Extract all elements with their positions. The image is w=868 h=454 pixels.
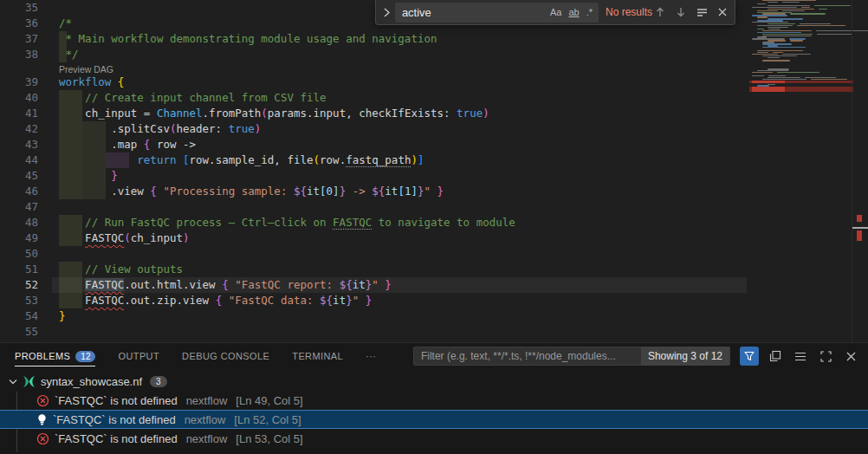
code-line[interactable]: 47 bbox=[0, 199, 868, 215]
code-line[interactable]: 43 .map { row -> bbox=[0, 137, 868, 152]
code-line[interactable]: 48 // Run FastQC process – Ctrl–click on… bbox=[0, 215, 868, 230]
problem-message: `FASTQC` is not defined bbox=[55, 432, 178, 445]
code-token: .view bbox=[59, 185, 150, 198]
minimap-line bbox=[768, 5, 810, 6]
code-line[interactable]: 38 */ bbox=[0, 47, 868, 62]
line-number[interactable]: 37 bbox=[0, 31, 38, 47]
line-number[interactable]: 53 bbox=[0, 293, 38, 308]
code-token: it bbox=[353, 278, 366, 291]
overview-ruler[interactable] bbox=[852, 0, 868, 342]
code-line[interactable]: 46 .view { "Processing sample: ${it[0]} … bbox=[0, 184, 868, 199]
line-number[interactable]: 54 bbox=[0, 308, 38, 324]
code-line[interactable]: 37 * Main workflow demonstrating module … bbox=[0, 31, 868, 47]
code-line[interactable]: 52 FASTQC.out.html.view { "FastQC report… bbox=[0, 277, 868, 293]
lightbulb-icon[interactable] bbox=[36, 413, 48, 426]
problem-row[interactable]: `FASTQC` is not definednextflow[Ln 53, C… bbox=[0, 429, 868, 448]
find-input[interactable]: active Aa ab .* bbox=[395, 3, 599, 23]
line-number[interactable]: 47 bbox=[0, 199, 38, 215]
line-number[interactable]: 35 bbox=[0, 0, 38, 16]
line-number[interactable]: 44 bbox=[0, 152, 38, 168]
panel-tab-label: TERMINAL bbox=[292, 351, 343, 361]
line-number[interactable]: 45 bbox=[0, 168, 38, 184]
line-number[interactable]: 36 bbox=[0, 16, 38, 31]
whole-word-toggle[interactable]: ab bbox=[566, 6, 581, 18]
line-number[interactable]: 41 bbox=[0, 106, 38, 121]
code-token: true bbox=[457, 107, 483, 120]
code-line[interactable]: 41 ch_input = Channel.fromPath(params.in… bbox=[0, 106, 868, 121]
match-case-toggle[interactable]: Aa bbox=[547, 6, 564, 18]
minimap-line bbox=[762, 79, 806, 80]
code-text: // Create input channel from CSV file bbox=[59, 90, 327, 106]
code-line[interactable]: 45 } bbox=[0, 168, 868, 184]
code-token: .map bbox=[59, 138, 144, 151]
code-token: ) bbox=[483, 107, 489, 120]
panel-tab-problems[interactable]: PROBLEMS12 bbox=[15, 343, 95, 369]
code-line[interactable]: 53 FASTQC.out.zip.view { "FastQC data: $… bbox=[0, 293, 868, 308]
code-token: ) bbox=[183, 231, 190, 244]
code-line[interactable]: 42 .splitCsv(header: true) bbox=[0, 121, 868, 137]
panel-tab-output[interactable]: OUTPUT bbox=[118, 343, 159, 369]
view-as-list-icon[interactable] bbox=[792, 347, 809, 365]
find-in-selection-button[interactable] bbox=[694, 4, 709, 20]
code-line[interactable]: 55 bbox=[0, 324, 868, 340]
filter-icon[interactable] bbox=[740, 347, 759, 366]
code-line[interactable]: 39workflow { bbox=[0, 75, 868, 90]
code-token: ) bbox=[255, 122, 262, 135]
code-token: row. bbox=[320, 153, 346, 166]
error-icon bbox=[36, 432, 49, 445]
line-number[interactable]: 40 bbox=[0, 90, 38, 106]
code-line[interactable]: 51 // View outputs bbox=[0, 262, 868, 277]
find-query-text[interactable]: active bbox=[402, 6, 546, 19]
panel-tab-terminal[interactable]: TERMINAL bbox=[292, 343, 343, 369]
line-number[interactable]: 49 bbox=[0, 230, 38, 246]
line-number[interactable]: 43 bbox=[0, 137, 38, 152]
minimap-error-band-bright bbox=[752, 81, 785, 83]
code-token bbox=[359, 294, 366, 307]
toggle-replace-button[interactable] bbox=[380, 5, 393, 19]
regex-toggle[interactable]: .* bbox=[584, 6, 595, 18]
overview-cursor-mark bbox=[852, 227, 868, 229]
code-token: row.sample_id, file bbox=[190, 153, 314, 166]
minimap-line bbox=[752, 54, 778, 55]
maximize-panel-icon[interactable] bbox=[817, 347, 834, 365]
problems-file-group[interactable]: syntax_showcase.nf 3 bbox=[0, 372, 868, 391]
line-number[interactable]: 42 bbox=[0, 121, 38, 137]
minimap-line bbox=[782, 10, 804, 11]
code-line[interactable]: 40 // Create input channel from CSV file bbox=[0, 90, 868, 106]
code-token: } bbox=[385, 278, 392, 291]
problem-row[interactable]: `FASTQC` is not definednextflow[Ln 52, C… bbox=[0, 410, 868, 429]
line-number[interactable]: 38 bbox=[0, 47, 38, 62]
code-line[interactable]: 54} bbox=[0, 308, 868, 324]
code-line[interactable]: 44 return [row.sample_id, file(row.fastq… bbox=[0, 152, 868, 168]
find-widget: active Aa ab .* No results bbox=[375, 0, 735, 25]
collapse-all-icon[interactable] bbox=[767, 347, 784, 365]
close-panel-icon[interactable] bbox=[842, 347, 859, 365]
line-number[interactable]: 55 bbox=[0, 324, 38, 340]
code-editor[interactable]: Preview DAG 3536/*37 * Main workflow dem… bbox=[0, 0, 868, 342]
problem-location: [Ln 53, Col 5] bbox=[236, 432, 302, 445]
find-close-button[interactable] bbox=[715, 4, 730, 20]
code-text: } bbox=[59, 168, 118, 184]
line-number[interactable]: 52 bbox=[0, 277, 38, 293]
minimap[interactable] bbox=[749, 0, 853, 342]
find-next-button[interactable] bbox=[673, 4, 689, 20]
find-previous-button[interactable] bbox=[652, 4, 668, 20]
line-number[interactable]: 39 bbox=[0, 75, 38, 90]
problem-row[interactable]: `FASTQC` is not definednextflow[Ln 49, C… bbox=[0, 391, 868, 410]
panel-tab--[interactable]: ··· bbox=[366, 343, 376, 369]
code-text: FASTQC(ch_input) bbox=[59, 230, 190, 246]
line-number[interactable]: 51 bbox=[0, 262, 38, 277]
panel-tab-debug-console[interactable]: DEBUG CONSOLE bbox=[182, 343, 269, 369]
code-token: // View outputs bbox=[85, 263, 183, 276]
line-number[interactable]: 50 bbox=[0, 246, 38, 262]
minimap-line bbox=[805, 77, 836, 78]
code-line[interactable]: 49 FASTQC(ch_input) bbox=[0, 230, 868, 246]
minimap-line bbox=[762, 30, 812, 31]
code-line[interactable]: 50 bbox=[0, 246, 868, 262]
line-number[interactable]: 48 bbox=[0, 215, 38, 230]
line-number[interactable]: 46 bbox=[0, 184, 38, 199]
filter-input[interactable]: Filter (e.g. text, **/*.ts, !**/node_mod… bbox=[414, 350, 641, 362]
codelens-preview-dag[interactable]: Preview DAG bbox=[59, 63, 113, 75]
code-token: } bbox=[346, 294, 353, 307]
code-token bbox=[59, 169, 111, 182]
